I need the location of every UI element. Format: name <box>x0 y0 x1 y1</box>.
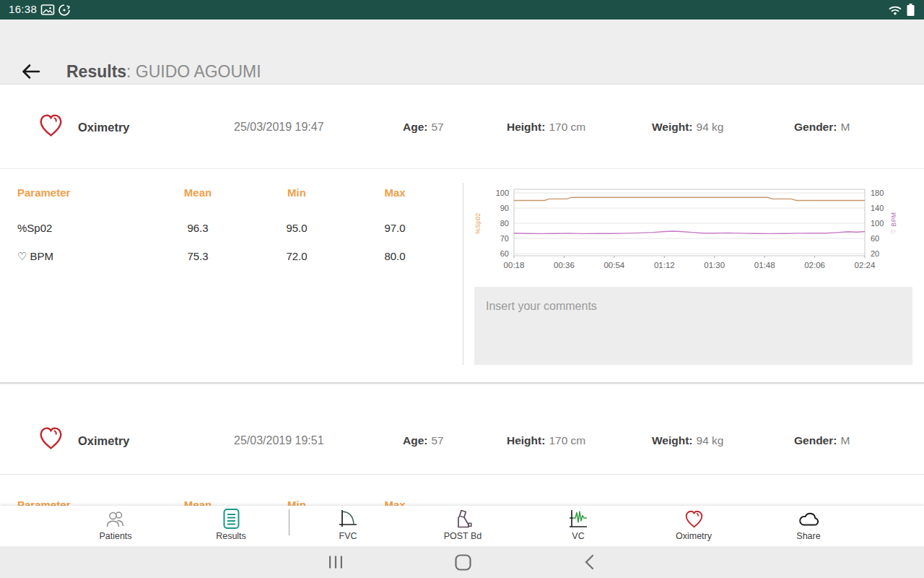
section-separator <box>0 382 924 384</box>
min-value: 72.0 <box>286 250 307 262</box>
battery-icon <box>906 3 915 20</box>
svg-text:100: 100 <box>871 219 884 228</box>
svg-text:00:36: 00:36 <box>554 261 575 269</box>
svg-text:60: 60 <box>500 249 509 258</box>
android-nav-bar <box>0 546 924 578</box>
page-title: Results: GUIDO AGOUMI <box>66 62 261 82</box>
back-arrow-button[interactable] <box>20 61 42 82</box>
nav-item-fvc[interactable]: FVC <box>305 508 391 541</box>
back-icon[interactable] <box>580 553 598 571</box>
weight-field: Weight:94 kg <box>652 434 723 447</box>
oximetry-chart: 10090807060180140100602000:1800:3600:540… <box>473 181 924 276</box>
nav-label: POST Bd <box>444 531 482 541</box>
param-name: ♡ BPM <box>17 250 53 263</box>
status-time: 16:38 <box>9 3 37 15</box>
comments-input[interactable] <box>474 287 912 365</box>
param-name: %Sp02 <box>17 222 52 234</box>
svg-text:00:54: 00:54 <box>603 261 624 269</box>
post-bd-icon <box>453 508 473 530</box>
nav-label: FVC <box>339 531 357 541</box>
gender-field: Gender:M <box>794 121 850 134</box>
bottom-nav: Patients Results FVC POST Bd VC Oximetry <box>0 506 924 546</box>
vc-icon <box>568 508 588 530</box>
age-field: Age:57 <box>403 434 444 447</box>
svg-text:01:12: 01:12 <box>654 261 675 269</box>
divider <box>0 474 924 475</box>
nav-label: Oximetry <box>676 531 712 541</box>
svg-text:60: 60 <box>871 234 879 243</box>
oximetry-heart-icon <box>684 508 705 530</box>
page-title-patient: : GUIDO AGOUMI <box>126 62 261 81</box>
share-cloud-icon <box>798 508 819 530</box>
nav-item-vc[interactable]: VC <box>535 508 622 541</box>
test-type-label: Oximetry <box>78 434 130 448</box>
col-header-min: Min <box>287 186 306 199</box>
svg-text:80: 80 <box>500 219 509 228</box>
svg-text:%Sp02: %Sp02 <box>474 212 481 233</box>
nav-label: Share <box>796 531 820 541</box>
nav-label: VC <box>572 531 584 541</box>
page-title-results: Results <box>66 62 126 81</box>
weight-field: Weight:94 kg <box>652 121 723 134</box>
data-saver-icon <box>58 4 71 20</box>
results-icon <box>222 508 241 530</box>
svg-text:02:06: 02:06 <box>804 261 825 269</box>
col-header-parameter: Parameter <box>17 186 70 199</box>
test-datetime: 25/03/2019 19:47 <box>234 121 324 134</box>
mean-value: 75.3 <box>187 250 208 262</box>
col-header-mean: Mean <box>184 186 212 199</box>
heart-icon <box>38 113 64 141</box>
svg-text:180: 180 <box>871 189 884 197</box>
patients-icon <box>105 508 126 530</box>
app-header: Results: GUIDO AGOUMI <box>0 20 924 85</box>
nav-item-post-bd[interactable]: POST Bd <box>419 508 506 541</box>
svg-text:02:24: 02:24 <box>855 261 876 269</box>
min-value: 95.0 <box>286 222 307 234</box>
status-bar: 16:38 <box>0 0 924 20</box>
nav-item-patients[interactable]: Patients <box>72 508 159 541</box>
gender-field: Gender:M <box>794 434 850 447</box>
nav-item-oximetry[interactable]: Oximetry <box>650 508 737 541</box>
fvc-icon <box>338 508 358 530</box>
divider <box>0 168 924 169</box>
wifi-icon <box>888 4 902 19</box>
svg-text:70: 70 <box>500 234 509 243</box>
mean-value: 96.3 <box>187 222 208 234</box>
nav-label: Patients <box>99 531 131 541</box>
height-field: Height:170 cm <box>507 434 585 447</box>
home-icon[interactable] <box>453 553 472 571</box>
svg-text:20: 20 <box>871 249 879 258</box>
nav-divider <box>289 509 289 535</box>
svg-text:♡ BPM: ♡ BPM <box>890 212 897 234</box>
age-field: Age:57 <box>403 121 444 134</box>
nav-item-results[interactable]: Results <box>188 508 274 541</box>
heart-icon <box>38 426 64 454</box>
svg-text:01:30: 01:30 <box>704 261 725 269</box>
test-type-label: Oximetry <box>78 121 130 134</box>
nav-item-share[interactable]: Share <box>765 508 852 541</box>
height-field: Height:170 cm <box>507 121 585 134</box>
max-value: 80.0 <box>384 250 405 262</box>
table-chart-divider <box>463 183 463 365</box>
max-value: 97.0 <box>384 222 405 234</box>
svg-text:140: 140 <box>871 204 884 212</box>
svg-text:100: 100 <box>496 189 509 197</box>
svg-text:00:18: 00:18 <box>504 261 525 269</box>
col-header-max: Max <box>384 186 405 199</box>
nav-label: Results <box>216 531 246 541</box>
test-datetime: 25/03/2019 19:51 <box>234 434 324 447</box>
recents-icon[interactable] <box>326 553 345 571</box>
screenshot-icon <box>40 4 55 19</box>
svg-text:01:48: 01:48 <box>754 261 775 269</box>
svg-text:90: 90 <box>500 204 509 212</box>
